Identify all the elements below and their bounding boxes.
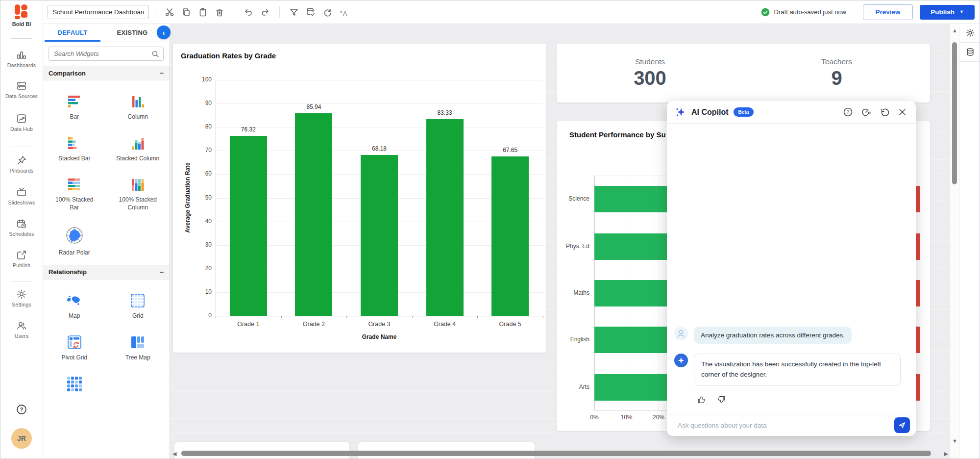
y-tick-label: 10 [195,288,212,295]
copilot-help-icon[interactable]: ? [842,106,854,118]
copilot-send-button[interactable] [894,417,910,433]
data-panel-icon[interactable] [959,43,980,62]
x-axis-title: Grade Name [216,333,543,340]
scroll-right-icon[interactable]: ▶ [944,451,948,457]
data-sources-icon [16,80,27,91]
widget-tree-map[interactable]: Tree Map [106,335,170,362]
tab-default[interactable]: DEFAULT [43,24,102,42]
horizontal-scrollbar[interactable]: ◀ ▶ [171,449,950,458]
sidebar-item-settings[interactable]: Settings [0,289,43,307]
tab-existing[interactable]: EXISTING [102,24,162,42]
x-axis-line [216,316,543,316]
y-tick-label: 80 [195,123,212,130]
x-category-label: Grade 5 [477,321,543,328]
widget-kpi-card[interactable]: Students 300 Teachers 9 [557,44,930,102]
y-category-label: Phys. Ed [557,243,589,250]
vertical-scroll-thumb[interactable] [952,42,957,184]
thumbs-up-icon[interactable] [697,395,706,404]
sidebar-item-pinboards[interactable]: Pinboards [0,155,43,174]
user-message-bubble: Analyze graduation rates across differen… [694,327,852,344]
sidebar-item-dashboards[interactable]: Dashboards [0,50,43,68]
collapse-section-icon[interactable]: − [160,268,164,276]
chart-bar[interactable] [426,119,464,316]
widget-panel: DEFAULT EXISTING Comparison − Bar Column… [43,24,170,459]
widget-map[interactable]: Map [43,293,106,320]
sidebar-item-data-hub[interactable]: Data Hub [0,113,43,132]
widget-100-stacked-column[interactable]: 100% Stacked Column [106,177,170,211]
widget-bar[interactable]: Bar [43,94,106,121]
preview-button[interactable]: Preview [863,4,913,20]
copilot-reset-icon[interactable] [878,106,890,118]
section-comparison[interactable]: Comparison − [43,66,170,80]
refresh-icon[interactable] [319,4,336,21]
copilot-sparkle-icon [675,106,686,118]
widget-column[interactable]: Column [106,94,170,121]
x-category-label: Grade 3 [346,321,412,328]
undo-icon[interactable] [240,4,257,21]
cut-icon[interactable] [161,4,178,21]
chart-bar[interactable] [295,113,332,316]
pivot-grid-widget-icon [67,335,82,350]
help-icon[interactable]: ? [16,404,27,415]
x-axis-tick [281,316,282,318]
stacked-bar-widget-icon [67,136,82,151]
y-tick-label: 40 [195,218,212,225]
dashboard-title-input[interactable] [48,5,149,19]
vertical-scrollbar[interactable]: ▲ ▼ [950,24,959,459]
check-circle-icon [761,8,770,17]
chart-bar[interactable] [491,156,529,316]
widget-stacked-column[interactable]: Stacked Column [106,136,170,163]
radar-polar-widget-icon [65,226,84,245]
chart-bar[interactable] [230,136,267,316]
widget-pivot-grid[interactable]: Pivot Grid [43,335,106,362]
section-relationship[interactable]: Relationship − [43,265,170,280]
publish-dropdown-caret[interactable]: ▼ [959,10,964,14]
delete-icon[interactable] [211,4,228,21]
widget-radar-polar[interactable]: Radar Polar [43,226,106,257]
data-source-check-icon[interactable] [302,4,319,21]
chart-title: Graduation Rates by Grade [181,51,276,60]
copy-icon[interactable] [178,4,195,21]
sidebar-item-schedules[interactable]: Schedules [0,218,43,237]
user-avatar-initials[interactable]: JR [11,428,32,449]
thumbs-down-icon[interactable] [717,395,726,404]
panel-collapse-button[interactable]: ‹ [157,26,171,39]
user-avatar [674,327,688,340]
widget-heat-map-partial[interactable] [43,376,106,392]
column-widget-icon [130,94,145,109]
collapse-section-icon[interactable]: − [160,69,164,77]
copilot-feedback-icon[interactable] [860,106,872,118]
widget-grid[interactable]: Grid [106,293,170,320]
widget-stacked-bar[interactable]: Stacked Bar [43,136,106,163]
copilot-close-icon[interactable] [896,106,908,118]
widget-100-stacked-bar[interactable]: 100% Stacked Bar [43,177,106,211]
scroll-up-icon[interactable]: ▲ [952,27,957,33]
kpi-value: 300 [634,67,666,89]
sidebar-item-data-sources[interactable]: Data Sources [0,80,43,99]
sidebar-item-slideshows[interactable]: Slideshows [0,187,43,205]
copilot-question-input[interactable] [677,421,894,430]
scroll-left-icon[interactable]: ◀ [172,451,176,457]
users-icon [16,320,27,331]
copilot-header: AI Copilot Beta ? [667,101,916,124]
horizontal-scroll-thumb[interactable] [181,451,931,456]
scroll-down-icon[interactable]: ▼ [952,438,957,444]
translate-icon[interactable]: ẋA [336,4,352,21]
properties-gear-icon[interactable] [959,24,980,43]
svg-text:?: ? [20,407,24,412]
filter-icon[interactable] [286,4,302,21]
redo-icon[interactable] [257,4,273,21]
heat-map-widget-icon [67,376,82,392]
chart-bar[interactable] [361,155,398,316]
x-category-label: Grade 2 [281,321,347,328]
stacked-bar-100-widget-icon [67,177,82,192]
paste-icon[interactable] [195,4,211,21]
search-icon [151,50,159,58]
sidebar-item-publish[interactable]: Publish [0,250,43,268]
widget-graduation-rates-chart[interactable]: Graduation Rates by Grade 01020304050607… [173,44,546,353]
publish-button[interactable]: Publish ▼ [920,5,975,20]
y-tick-label: 60 [195,170,212,177]
sidebar-item-users[interactable]: Users [0,320,43,339]
brand-logo[interactable]: Bold BI [0,3,43,27]
search-input[interactable] [53,50,151,58]
